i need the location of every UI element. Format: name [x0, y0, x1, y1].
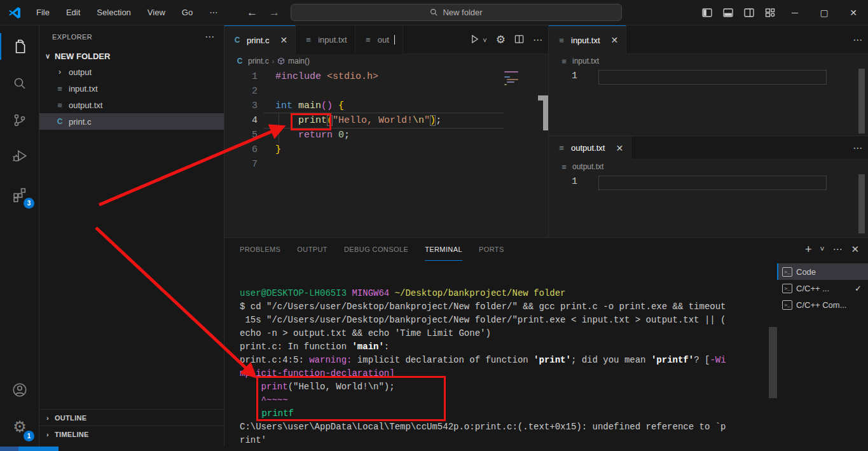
run-debug-activity-icon[interactable]	[0, 141, 39, 172]
terminal-instance-c-c-com-[interactable]: >_C/C++ Com...	[777, 296, 868, 313]
sidebar-section-outline[interactable]: ›OUTLINE	[39, 409, 224, 426]
close-tab-icon[interactable]: ✕	[280, 35, 287, 45]
explorer-more-icon[interactable]: ⋯	[205, 31, 215, 43]
run-settings-gear-icon[interactable]: ⚙	[496, 33, 506, 46]
accounts-icon[interactable]	[0, 374, 39, 406]
group1-breadcrumb[interactable]: C print.c › main()	[224, 54, 548, 68]
tab-input-txt[interactable]: ≡input.txt	[296, 25, 355, 54]
close-tab-icon[interactable]: ✕	[616, 143, 623, 153]
c-file-icon: C	[55, 117, 65, 126]
group1-more-icon[interactable]: ⋯	[533, 34, 543, 46]
group1-tabbar: Cprint.c✕≡input.txt≡out ˅ ⚙ ⋯	[224, 25, 548, 54]
terminal-line: user@DESKTOP-LH065I3 MINGW64 ~/Desktop/b…	[240, 287, 768, 300]
panel-tab-output[interactable]: OUTPUT	[297, 238, 327, 261]
status-remote-segment[interactable]	[0, 447, 18, 451]
explorer-root-folder[interactable]: ∨ NEW FOLDER	[39, 48, 224, 64]
current-line-highlight	[598, 176, 827, 190]
panel-actions: + ˅ ⋯ ✕	[805, 238, 859, 261]
tab-input-txt[interactable]: ≡ input.txt ✕	[549, 25, 626, 54]
panel-more-icon[interactable]: ⋯	[832, 244, 843, 255]
txt-file-icon: ≡	[55, 101, 65, 110]
status-branch-segment[interactable]	[18, 447, 59, 451]
terminal-output[interactable]: user@DESKTOP-LH065I3 MINGW64 ~/Desktop/b…	[240, 287, 768, 447]
scrollbar[interactable]	[858, 174, 865, 233]
scrollbar[interactable]	[858, 69, 865, 134]
minimize-button[interactable]: ─	[780, 0, 809, 25]
group2-breadcrumb[interactable]: ≡ input.txt	[549, 54, 868, 68]
toggle-panel-icon[interactable]	[717, 0, 738, 25]
explorer-item-print-c[interactable]: Cprint.c	[39, 113, 224, 130]
command-center-search[interactable]: New folder	[291, 4, 622, 21]
explorer-activity-icon[interactable]	[0, 31, 39, 62]
breadcrumb-separator-icon: ›	[272, 58, 274, 65]
terminal-icon: >_	[782, 300, 792, 310]
run-code-icon[interactable]	[470, 34, 479, 46]
run-dropdown-chevron-icon[interactable]: ˅	[483, 36, 486, 44]
tab-label: input.txt	[318, 35, 347, 45]
line-number: 3	[224, 99, 258, 113]
search-activity-icon[interactable]	[0, 67, 39, 99]
tab-print-c[interactable]: Cprint.c✕	[224, 25, 296, 54]
maximize-button[interactable]: ▢	[809, 0, 839, 25]
breadcrumb-file: output.txt	[572, 162, 603, 171]
extensions-activity-icon[interactable]: 3	[0, 178, 39, 210]
panel-tab-problems[interactable]: PROBLEMS	[240, 238, 280, 261]
panel-tab-ports[interactable]: PORTS	[479, 238, 504, 261]
terminal-icon: >_	[782, 267, 792, 277]
close-window-button[interactable]: ✕	[839, 0, 868, 25]
close-panel-icon[interactable]: ✕	[851, 244, 859, 255]
menu-item-file[interactable]: File	[31, 5, 55, 20]
sidebar-section-timeline[interactable]: ›TIMELINE	[39, 426, 224, 442]
vscode-window: FileEditSelectionViewGo⋯ ← → New folder	[0, 0, 868, 451]
code-editor[interactable]: 1#include <stdio.h>2 3int main() {4 prin…	[224, 68, 548, 237]
terminal-line: $ cd "/c/Users/user/Desktop/bankproject/…	[240, 300, 768, 314]
section-label: OUTLINE	[55, 414, 86, 422]
output-txt-editor[interactable]: 1	[549, 174, 868, 235]
back-arrow-icon[interactable]: ←	[247, 6, 258, 19]
tab-label: print.c	[247, 36, 269, 45]
group2-more-icon[interactable]: ⋯	[853, 34, 863, 46]
panel-tab-debug-console[interactable]: DEBUG CONSOLE	[344, 238, 408, 261]
explorer-item-output-txt[interactable]: ≡output.txt	[39, 97, 224, 113]
code-line: 2	[224, 84, 548, 99]
tab-label: input.txt	[571, 36, 600, 45]
group3-more-icon[interactable]: ⋯	[853, 142, 863, 154]
close-tab-icon[interactable]: ✕	[611, 35, 619, 45]
toggle-secondary-sidebar-icon[interactable]	[738, 0, 759, 25]
menu-item-edit[interactable]: Edit	[60, 5, 86, 20]
forward-arrow-icon[interactable]: →	[269, 6, 280, 19]
group1-tabbar-tabs: Cprint.c✕≡input.txt≡out	[224, 25, 403, 53]
section-label: TIMELINE	[55, 431, 89, 438]
code-line: 4 print("Hello, World!\n");	[224, 113, 548, 128]
terminal-line: C:\Users\user\AppData\Local\Temp\ccUm542…	[240, 420, 768, 434]
line-number: 1	[572, 71, 577, 81]
menu-item-view[interactable]: View	[142, 5, 171, 20]
explorer-item-output[interactable]: ›output	[39, 64, 224, 80]
terminal-scrollbar[interactable]	[769, 327, 777, 398]
menu-item-selection[interactable]: Selection	[91, 5, 136, 20]
source-control-activity-icon[interactable]	[0, 104, 39, 136]
group3-breadcrumb[interactable]: ≡ output.txt	[549, 160, 868, 174]
terminal-instance-c-c-[interactable]: >_C/C++ ...✓	[777, 280, 868, 296]
menu-item-go[interactable]: Go	[176, 5, 198, 20]
file-label: input.txt	[69, 84, 98, 94]
new-terminal-icon[interactable]: +	[805, 243, 812, 256]
menu-item-[interactable]: ⋯	[203, 5, 223, 20]
tab-out[interactable]: ≡out	[355, 25, 403, 54]
code-line: 3int main() {	[224, 99, 548, 113]
terminal-dropdown-chevron-icon[interactable]: ˅	[820, 245, 824, 254]
customize-layout-icon[interactable]	[759, 0, 780, 25]
explorer-item-input-txt[interactable]: ≡input.txt	[39, 80, 224, 97]
split-editor-icon[interactable]	[514, 34, 524, 46]
toggle-sidebar-icon[interactable]	[696, 0, 717, 25]
chevron-right-icon: ›	[55, 67, 65, 76]
terminal-instance-list: >_Code>_C/C++ ...✓>_C/C++ Com...	[777, 263, 868, 313]
terminal-instance-code[interactable]: >_Code	[777, 263, 868, 280]
panel-tab-terminal[interactable]: TERMINAL	[425, 238, 462, 261]
editor-group-left: Cprint.c✕≡input.txt≡out ˅ ⚙ ⋯ C print.c …	[224, 25, 548, 237]
minimap[interactable]	[504, 71, 525, 93]
settings-gear-icon[interactable]: ⚙ 1	[0, 411, 39, 443]
file-label: output	[69, 67, 92, 77]
input-txt-editor[interactable]: 1	[549, 68, 868, 132]
tab-output-txt[interactable]: ≡ output.txt ✕	[549, 136, 631, 160]
